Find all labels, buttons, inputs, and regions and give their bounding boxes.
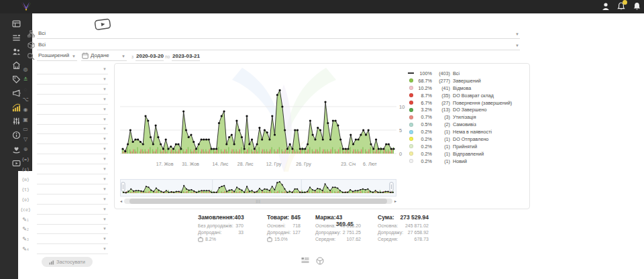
chevron-down-icon: ▼ bbox=[103, 197, 107, 201]
filter-row-var: {=}▼ bbox=[19, 155, 108, 165]
filter-row-globe: ◍▼ bbox=[19, 65, 108, 75]
legend-item[interactable]: 8.7%(35)DO Возврат склад bbox=[408, 92, 527, 99]
chevron-down-icon: ▼ bbox=[103, 217, 107, 221]
custom-filter-field[interactable] bbox=[37, 225, 108, 234]
legend-dot-swatch bbox=[408, 101, 414, 105]
legend-item[interactable]: 0.2%(1)Новий bbox=[408, 158, 527, 165]
sidebar-item-users[interactable] bbox=[9, 45, 23, 59]
var-filter-field[interactable] bbox=[37, 185, 108, 194]
scroll-right-icon[interactable]: ▸ bbox=[394, 199, 396, 205]
chevron-down-icon: ▼ bbox=[103, 247, 107, 251]
funnel-filter-field[interactable] bbox=[37, 135, 108, 144]
scrollbar-thumb[interactable]: ||| bbox=[129, 199, 387, 204]
site-filter-icon: ⊕ bbox=[19, 146, 32, 154]
legend-item[interactable]: 0.2%(1)Нема в наявності bbox=[408, 128, 527, 135]
custom-filter-field[interactable] bbox=[37, 215, 108, 225]
legend-label: Завершений bbox=[453, 78, 481, 84]
custom-filter-icon: ✎2 bbox=[19, 225, 32, 233]
legend-item[interactable]: 0.2%(1)Прийнятий bbox=[408, 143, 527, 150]
var-filter-icon: {m} bbox=[19, 176, 32, 184]
package-view-icon[interactable] bbox=[316, 257, 324, 265]
var-filter-field[interactable] bbox=[37, 165, 108, 174]
chevron-down-icon: ▼ bbox=[103, 237, 107, 241]
chevron-down-icon: ▼ bbox=[72, 54, 76, 58]
upsell-percent: 8.2% bbox=[205, 237, 216, 241]
scroll-left-icon[interactable]: ◂ bbox=[120, 199, 122, 205]
circle-filter-field[interactable] bbox=[37, 85, 108, 95]
var-filter-icon: {s} bbox=[19, 166, 32, 174]
sitemap-filter-field[interactable] bbox=[37, 95, 108, 105]
payment-filter-field[interactable] bbox=[37, 125, 108, 134]
package-filter-field[interactable] bbox=[37, 115, 108, 125]
legend-count: (13) bbox=[434, 107, 450, 113]
stat-sub-value: 27 658.92 bbox=[408, 230, 429, 235]
date-to-input[interactable]: 2023-03-21 bbox=[172, 52, 200, 61]
chevron-down-icon: ▼ bbox=[103, 207, 107, 211]
var-filter-icon: {ce} bbox=[19, 206, 32, 214]
filter-row-custom2: ✎2▼ bbox=[19, 225, 108, 235]
chevron-down-icon: ▼ bbox=[103, 87, 107, 91]
legend-item[interactable]: 10.2%(41)Відмова bbox=[408, 85, 527, 92]
chart-scrollbar[interactable]: ◂ ||| ▸ bbox=[120, 199, 396, 204]
search-icon[interactable] bbox=[27, 52, 35, 60]
bell-icon[interactable] bbox=[616, 1, 626, 11]
chevron-down-icon: ▼ bbox=[103, 157, 107, 161]
user-icon[interactable] bbox=[601, 1, 610, 11]
var-filter-field[interactable] bbox=[37, 205, 108, 215]
search-mode-select[interactable]: Розширений ▼ bbox=[37, 52, 77, 61]
fingerprint-filter-field[interactable] bbox=[37, 105, 108, 115]
date-field-select[interactable]: Додане ▼ bbox=[81, 52, 127, 61]
date-from-input[interactable]: 2020-03-20 bbox=[136, 52, 164, 61]
legend-item[interactable]: 3.2%(13)DO Завершено bbox=[408, 106, 527, 113]
legend-item[interactable]: 0.2%(1)DO Отправлено bbox=[408, 135, 527, 143]
list-view-icon[interactable] bbox=[301, 257, 309, 265]
legend-label: Нема в наявності bbox=[453, 129, 492, 135]
source-filter-field[interactable] bbox=[37, 30, 520, 39]
custom-filter-field[interactable] bbox=[37, 245, 108, 254]
stat-sub-value: 127 bbox=[292, 230, 301, 235]
chart-navigator[interactable] bbox=[120, 179, 396, 197]
legend-count: (1) bbox=[434, 136, 450, 142]
legend-item[interactable]: 100%(403)Всі bbox=[408, 70, 527, 77]
chevron-down-icon: ▼ bbox=[515, 44, 519, 48]
sidebar-item-dashboard[interactable] bbox=[9, 17, 23, 31]
x-tick-label: 23. Січ bbox=[341, 162, 356, 166]
sidebar-item-orders-list[interactable] bbox=[9, 31, 23, 45]
chevron-down-icon: ▼ bbox=[103, 117, 107, 121]
legend-item[interactable]: 68.7%(277)Завершений bbox=[408, 77, 527, 85]
status-filter-field[interactable] bbox=[37, 75, 108, 85]
stat-sub-label: Середня: bbox=[378, 237, 398, 241]
legend-item[interactable]: 0.5%(2)Самовивіз bbox=[408, 121, 527, 128]
globe-filter-field[interactable] bbox=[37, 65, 108, 74]
analytics-dashboard: Всі ▼ Всі ▼ Розширений ▼ Додане ▼ з 2020… bbox=[0, 0, 644, 279]
app-logo-icon[interactable] bbox=[19, 1, 33, 11]
legend-count: (3) bbox=[434, 114, 450, 120]
legend-percent: 0.2% bbox=[416, 129, 432, 135]
custom-filter-field[interactable] bbox=[37, 235, 108, 244]
legend-item[interactable]: 6.7%(27)Повернення (завершений) bbox=[408, 99, 527, 107]
legend-dot-swatch bbox=[408, 78, 414, 82]
filter-row-circle: ◌▼ bbox=[19, 85, 108, 95]
var-filter-field[interactable] bbox=[37, 155, 108, 164]
legend-item[interactable]: 0.7%(3)Утилізація bbox=[408, 113, 527, 121]
stat-value: 43 369.45 bbox=[336, 214, 361, 222]
chevron-down-icon: ▼ bbox=[103, 227, 107, 231]
var-filter-field[interactable] bbox=[37, 175, 108, 184]
var-filter-icon: {=} bbox=[19, 156, 32, 164]
product-filter-field[interactable] bbox=[37, 41, 520, 50]
orders-chart[interactable] bbox=[120, 68, 396, 162]
legend-count: (277) bbox=[434, 78, 450, 84]
var-filter-field[interactable] bbox=[37, 195, 108, 205]
site-filter-field[interactable] bbox=[37, 145, 108, 154]
bell-muted-icon[interactable] bbox=[632, 1, 641, 11]
legend-label: Прийнятий bbox=[453, 144, 477, 150]
stat-sub-label: Основна: bbox=[378, 223, 398, 228]
legend-item[interactable]: 0.2%(1)Відправлений bbox=[408, 150, 527, 158]
apply-button[interactable]: Застосувати bbox=[42, 257, 93, 267]
stat-sub-value: 370 bbox=[235, 223, 244, 228]
legend-dot-swatch bbox=[408, 93, 414, 97]
legend-dot-swatch bbox=[408, 152, 414, 156]
x-tick-label: 17. Жов bbox=[156, 162, 174, 166]
filter-row-package: ▣▼ bbox=[19, 115, 108, 125]
stat-sub-label: Без допродажів: bbox=[198, 223, 233, 228]
